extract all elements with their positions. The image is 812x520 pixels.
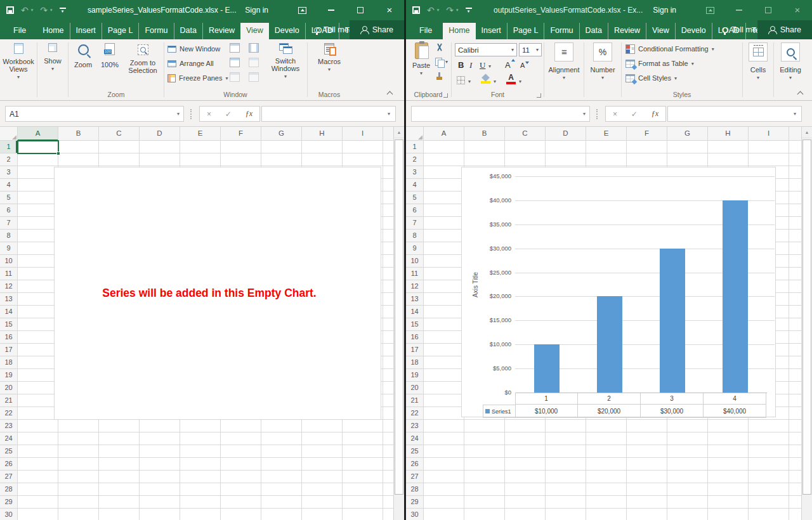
row-header[interactable]: 30 [0,509,17,520]
arrange-all-button[interactable]: Arrange All [167,57,214,70]
cancel-button[interactable]: × [207,110,211,119]
ribbon-tab[interactable]: LOAD [305,23,339,39]
grow-font-button[interactable]: A [505,60,511,70]
font-dialog-launcher-icon[interactable] [537,93,541,98]
row-header[interactable]: 14 [0,306,17,318]
switch-windows-button[interactable]: Switch Windows ▾ [266,43,305,81]
font-color-button[interactable]: A [506,74,516,84]
row-header[interactable]: 29 [406,496,423,509]
row-header[interactable]: 6 [406,204,423,217]
vertical-scrollbar[interactable]: ▲ [801,127,812,520]
ribbon-tab[interactable]: Data [174,23,202,39]
unhide-window-button[interactable] [230,72,240,82]
row-header[interactable]: 11 [0,268,17,280]
ribbon-tab[interactable]: Formu [138,23,173,39]
formula-input[interactable] [667,106,802,122]
row-header[interactable]: 2 [0,153,17,166]
cancel-button[interactable]: × [613,110,617,119]
row-header[interactable]: 17 [406,344,423,356]
ribbon-tab[interactable]: File [8,23,32,39]
column-header[interactable]: D [546,127,586,141]
insert-function-button[interactable]: ƒx [652,109,658,119]
enter-button[interactable]: ✓ [631,110,638,119]
zoom-button[interactable]: Zoom [70,44,96,68]
enter-button[interactable]: ✓ [225,110,232,119]
font-name-combobox[interactable]: Calibri ▾ [455,43,517,56]
formula-bar-handle[interactable] [596,109,598,119]
cells-button[interactable]: Cells ▾ [745,42,771,82]
row-header[interactable]: 5 [0,192,17,204]
select-all-corner[interactable]: ◢ [406,127,424,141]
formula-bar-expand-icon[interactable]: ▾ [789,106,801,122]
split-button[interactable] [230,43,240,53]
row-header[interactable]: 28 [0,483,17,496]
customize-qat-icon[interactable]: ▾ [60,8,66,13]
ribbon-tab[interactable]: Develo [269,23,305,39]
name-box[interactable] [5,106,184,122]
row-header[interactable]: 26 [406,458,423,471]
ribbon-tab[interactable]: Home [37,23,69,39]
close-button[interactable]: × [375,0,404,20]
ribbon-tab[interactable]: LOAD [712,23,745,39]
row-header[interactable]: 17 [0,344,17,356]
ribbon-tab[interactable]: View [646,23,675,39]
row-header[interactable]: 23 [0,420,17,432]
column-header[interactable]: G [261,127,302,141]
zoom-100-button[interactable]: 100% [96,43,123,68]
row-header[interactable]: 3 [0,166,17,179]
maximize-button[interactable] [346,0,375,20]
row-header[interactable]: 10 [406,255,423,268]
column-header[interactable]: E [180,127,221,141]
row-header[interactable]: 9 [406,242,423,255]
paste-button[interactable]: Paste ▾ [410,42,433,77]
ribbon-tab[interactable]: View [240,23,269,39]
column-header[interactable]: C [505,127,546,141]
fill-color-dropdown-icon[interactable]: ▾ [494,79,496,84]
freeze-panes-button[interactable]: Freeze Panes ▾ [167,72,228,84]
row-header[interactable]: 13 [406,293,423,306]
row-header[interactable]: 22 [0,407,17,420]
zoom-to-selection-button[interactable]: Zoom to Selection [123,44,162,74]
ribbon-tab[interactable]: Review [608,23,646,39]
column-header[interactable]: E [586,127,627,141]
bar-chart-object[interactable]: Axis Title Series1 $0$5,000$10,000$15,00… [461,167,776,417]
row-header[interactable]: 21 [406,394,423,407]
row-header[interactable]: 12 [0,280,17,293]
row-header[interactable]: 15 [406,318,423,331]
ribbon-tab[interactable]: File [414,23,438,39]
vertical-scrollbar[interactable]: ▲ [393,127,404,520]
copy-dropdown-icon[interactable]: ▾ [445,59,448,65]
row-header[interactable]: 7 [0,217,17,230]
row-header[interactable]: 14 [406,306,423,318]
row-header[interactable]: 20 [406,382,423,394]
save-icon[interactable] [6,6,14,14]
column-header[interactable]: H [708,127,749,141]
row-header[interactable]: 25 [0,445,17,458]
row-header[interactable]: 25 [406,445,423,458]
minimize-button[interactable] [724,0,754,20]
row-header[interactable]: 30 [406,509,423,520]
row-header[interactable]: 28 [406,483,423,496]
column-header[interactable]: B [464,127,505,141]
select-all-corner[interactable]: ◢ [0,127,18,141]
save-icon[interactable] [412,6,420,14]
row-header[interactable]: 6 [0,204,17,217]
format-painter-icon[interactable] [435,72,443,81]
ribbon-tab[interactable]: Insert [476,23,507,39]
column-header[interactable]: I [343,127,383,141]
empty-chart-object[interactable]: Series will be added in this Empty Chart… [54,167,381,420]
collapse-ribbon-button[interactable] [797,90,803,96]
row-header[interactable]: 26 [0,458,17,471]
ribbon-tab[interactable]: Develo [675,23,712,39]
scroll-up-icon[interactable]: ▲ [802,127,812,138]
new-window-button[interactable]: New Window [167,42,220,55]
row-header[interactable]: 4 [0,179,17,192]
name-box-dropdown-icon[interactable]: ▾ [173,106,184,122]
minimize-button[interactable] [317,0,346,20]
synchronous-scrolling-button[interactable] [249,58,259,67]
formula-bar-expand-icon[interactable]: ▾ [383,106,395,122]
scroll-up-icon[interactable]: ▲ [394,127,404,138]
column-header[interactable]: A [18,127,58,141]
alignment-button[interactable]: ≡ Alignment ▾ [547,42,581,82]
row-header[interactable]: 2 [406,153,423,166]
